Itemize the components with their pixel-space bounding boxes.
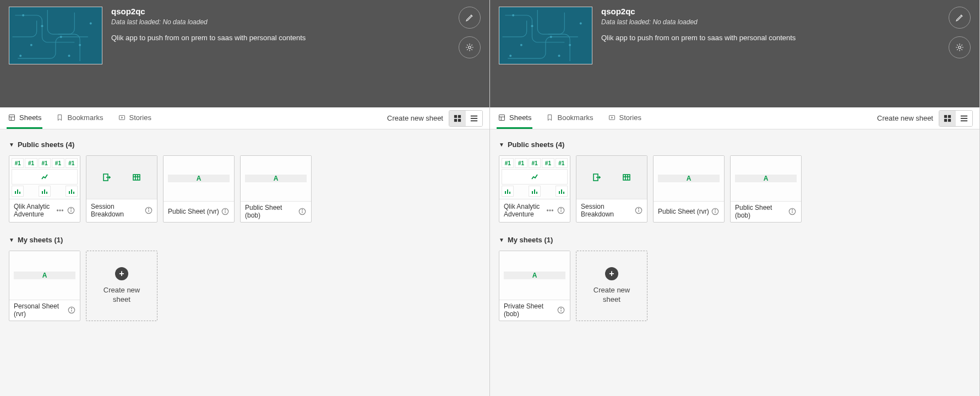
- list-view-button[interactable]: [466, 111, 482, 126]
- sheet-card[interactable]: A Public Sheet (bob): [730, 155, 802, 223]
- svg-rect-19: [471, 115, 477, 116]
- svg-point-47: [225, 210, 225, 210]
- svg-point-90: [560, 209, 561, 209]
- pencil-icon: [465, 13, 475, 23]
- app-thumbnail[interactable]: [9, 7, 102, 64]
- list-view-button[interactable]: [956, 111, 972, 126]
- bookmark-icon: [56, 113, 64, 122]
- more-button[interactable]: [56, 206, 64, 215]
- tab-stories-label: Stories: [129, 113, 151, 122]
- create-sheet-card[interactable]: + Create new sheet: [86, 251, 157, 321]
- tab-sheets[interactable]: Sheets: [7, 108, 42, 129]
- sheet-footer: Session Breakdown: [576, 199, 647, 222]
- svg-rect-81: [536, 192, 537, 194]
- info-button[interactable]: [634, 206, 643, 215]
- my-sheets-toggle[interactable]: ▼ My sheets (1): [499, 236, 971, 244]
- svg-rect-22: [15, 191, 16, 194]
- info-button[interactable]: [67, 206, 75, 215]
- svg-point-2: [41, 25, 43, 27]
- table-icon: [133, 173, 140, 181]
- sheet-footer: Public Sheet (rvr): [654, 201, 724, 222]
- app-meta: qsop2qc Data last loaded: No data loaded…: [601, 7, 949, 42]
- tab-sheets[interactable]: Sheets: [497, 108, 532, 129]
- stories-icon: [608, 113, 616, 122]
- app-thumbnail[interactable]: [499, 7, 592, 64]
- a-glyph: A: [14, 272, 76, 279]
- gear-icon: [465, 42, 475, 52]
- line-chart-icon: [12, 169, 78, 185]
- settings-button[interactable]: [949, 36, 971, 58]
- svg-rect-75: [961, 120, 967, 121]
- tabs: Sheets Bookmarks Stories: [497, 108, 643, 129]
- sheet-card[interactable]: A Public Sheet (rvr): [163, 155, 235, 223]
- info-button[interactable]: [144, 206, 153, 215]
- sheet-footer: Session Breakdown: [86, 199, 157, 222]
- app-loaded-status: Data last loaded: No data loaded: [111, 18, 459, 26]
- svg-point-44: [148, 209, 149, 209]
- my-sheets-toggle[interactable]: ▼ My sheets (1): [9, 236, 481, 244]
- create-sheet-card[interactable]: + Create new sheet: [576, 251, 647, 321]
- svg-rect-18: [458, 118, 461, 121]
- svg-point-61: [509, 55, 511, 57]
- sheet-card[interactable]: Session Breakdown: [86, 155, 157, 223]
- sheet-preview: [576, 156, 647, 199]
- settings-button[interactable]: [459, 36, 481, 58]
- sheet-card[interactable]: A Private Sheet (bob): [499, 251, 570, 321]
- more-button[interactable]: [546, 206, 554, 215]
- view-toggle: [449, 110, 483, 127]
- info-button[interactable]: [711, 207, 720, 216]
- svg-marker-68: [611, 117, 612, 118]
- my-sheets-label: My sheets (1): [18, 236, 63, 244]
- sheet-card[interactable]: A Public Sheet (rvr): [653, 155, 725, 223]
- sheet-label: Public Sheet (bob): [735, 204, 788, 220]
- sheet-card[interactable]: A Personal Sheet (rvr): [9, 251, 80, 321]
- svg-point-8: [68, 55, 70, 57]
- a-glyph: A: [504, 272, 566, 279]
- svg-rect-20: [471, 118, 477, 119]
- svg-marker-14: [121, 117, 122, 118]
- info-button[interactable]: [557, 306, 565, 314]
- kpi-tag: #1: [52, 158, 64, 168]
- sheet-card[interactable]: A Public Sheet (bob): [240, 155, 312, 223]
- info-button[interactable]: [788, 207, 797, 216]
- svg-rect-70: [948, 115, 951, 117]
- caret-down-icon: ▼: [9, 237, 14, 243]
- sheet-card[interactable]: #1 #1 #1 #1 #1 Qlik Analytic Advent: [9, 155, 80, 223]
- sheet-card[interactable]: Session Breakdown: [576, 155, 647, 223]
- svg-rect-79: [532, 191, 533, 194]
- tab-bookmarks-label: Bookmarks: [67, 113, 103, 122]
- sheet-card[interactable]: #1 #1 #1 #1 #1 Qlik Analytic Advent: [499, 155, 570, 223]
- my-sheets-label: My sheets (1): [508, 236, 553, 244]
- grid-view-button[interactable]: [939, 111, 956, 126]
- info-button[interactable]: [298, 207, 307, 216]
- bar-chart-icon: [529, 186, 541, 197]
- public-sheets-toggle[interactable]: ▼ Public sheets (4): [9, 140, 481, 149]
- edit-button[interactable]: [459, 7, 481, 29]
- sheet-preview: A: [654, 156, 724, 201]
- tab-stories[interactable]: Stories: [607, 108, 643, 128]
- info-button[interactable]: [67, 306, 75, 314]
- svg-point-62: [558, 55, 560, 57]
- public-sheets-label: Public sheets (4): [508, 140, 564, 149]
- table-icon: [623, 173, 630, 181]
- grid-view-button[interactable]: [449, 111, 466, 126]
- tab-bookmarks[interactable]: Bookmarks: [55, 108, 104, 128]
- svg-point-36: [70, 209, 71, 209]
- public-sheets-toggle[interactable]: ▼ Public sheets (4): [499, 140, 971, 149]
- edit-button[interactable]: [949, 7, 971, 29]
- kpi-preview: #1 #1 #1 #1 #1: [499, 156, 570, 199]
- sheet-label: Session Breakdown: [581, 203, 634, 219]
- tab-bookmarks[interactable]: Bookmarks: [545, 108, 594, 128]
- tab-sheets-label: Sheets: [19, 113, 41, 122]
- app-title: qsop2qc: [601, 7, 949, 16]
- svg-rect-71: [944, 118, 947, 121]
- tab-stories[interactable]: Stories: [117, 108, 153, 128]
- create-sheet-link[interactable]: Create new sheet: [877, 114, 933, 122]
- session-preview: [86, 156, 157, 199]
- line-chart-icon: [502, 169, 568, 185]
- info-button[interactable]: [221, 207, 230, 216]
- grid-icon: [944, 115, 951, 122]
- create-sheet-link[interactable]: Create new sheet: [387, 114, 443, 122]
- svg-rect-77: [507, 189, 508, 194]
- info-button[interactable]: [557, 206, 565, 215]
